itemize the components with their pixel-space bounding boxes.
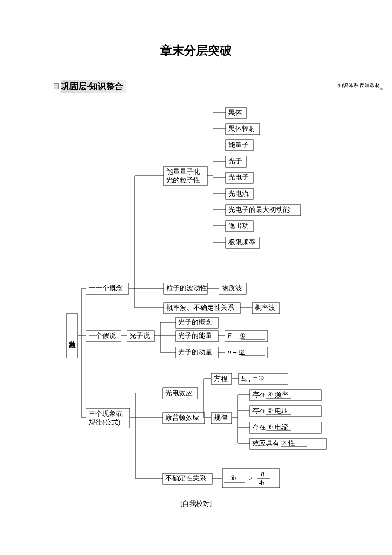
- svg-rect-0: [66, 314, 78, 358]
- Ekm-eq: Ekm = ③: [241, 375, 264, 383]
- br3-l1: 三个现象或: [89, 410, 123, 417]
- eq-label: 方程: [214, 375, 228, 382]
- section-title: 巩固层·知识整合: [61, 80, 126, 92]
- h-sym: h: [261, 470, 264, 477]
- br1b-child: 物质波: [222, 284, 242, 292]
- br1-label: 十一个概念: [89, 284, 123, 292]
- page-title: 章末分层突破: [0, 43, 392, 59]
- footer-note: [自我校对]: [0, 500, 392, 509]
- section-tag: 知识体系 反哺教材: [338, 82, 380, 89]
- law-r4: 效应具有 ⑦ 性: [252, 439, 295, 447]
- geq: ≥: [249, 474, 253, 482]
- blank8: ⑧: [230, 474, 236, 482]
- law-r3: 存在 ⑥ 电流: [252, 423, 288, 431]
- br1a-l2: 光的粒子性: [166, 176, 200, 184]
- br2-label: 一个假说: [89, 332, 116, 339]
- br2a-c0: 光子的概念: [178, 318, 212, 326]
- br3a-label: 光电效应: [165, 389, 193, 396]
- svg-text:光电子: 光电子: [228, 173, 249, 181]
- E-eq: E = ①: [227, 332, 245, 339]
- svg-text:光电流: 光电流: [228, 190, 249, 197]
- br1c-label: 概率波、不确定性关系: [166, 304, 234, 311]
- br3b-label: 康普顿效应: [165, 414, 199, 421]
- section-header: 巩固层·知识整合 知识体系 反哺教材: [54, 80, 383, 92]
- br1b-label: 粒子的波动性: [166, 284, 207, 292]
- svg-text:光子: 光子: [228, 157, 242, 165]
- svg-text:极限频率: 极限频率: [228, 238, 256, 246]
- br2a-c1: 光子的能量: [178, 332, 212, 339]
- dashed-divider: [127, 90, 335, 90]
- pi-denom: 4π: [259, 479, 266, 486]
- br1a-children: 黑体 黑体辐射 能量子 光子 光电子 光电流 光电子的最大初动能 逸出功 极限频…: [213, 107, 301, 248]
- svg-text:黑体: 黑体: [228, 109, 242, 116]
- svg-text:黑体辐射: 黑体辐射: [228, 125, 256, 132]
- law-r2: 存在 ⑤ 电压: [252, 407, 288, 414]
- br1c-child: 概率波: [255, 304, 275, 311]
- br2a-label: 光子说: [130, 332, 150, 339]
- br2a-c2: 光子的动量: [178, 348, 212, 356]
- br3c-label: 不确定性关系: [165, 474, 206, 482]
- br1a-l1: 能量量子化: [166, 168, 200, 175]
- svg-text:能量子: 能量子: [228, 141, 249, 148]
- concept-tree: 波粒二象性 十一个概念 能量量子化 光的粒子性 黑体 黑体辐射 能量子 光子 光…: [54, 99, 386, 500]
- dot-icon: [380, 88, 383, 90]
- down-arrow-icon: [54, 83, 59, 89]
- svg-text:逸出功: 逸出功: [228, 222, 249, 229]
- p-eq: p = ②: [227, 348, 245, 356]
- svg-text:光电子的最大初动能: 光电子的最大初动能: [228, 206, 290, 213]
- br3-l2: 规律(公式): [89, 419, 121, 426]
- law-r1: 存在 ④ 频率: [252, 391, 288, 398]
- law-label: 规律: [214, 414, 228, 421]
